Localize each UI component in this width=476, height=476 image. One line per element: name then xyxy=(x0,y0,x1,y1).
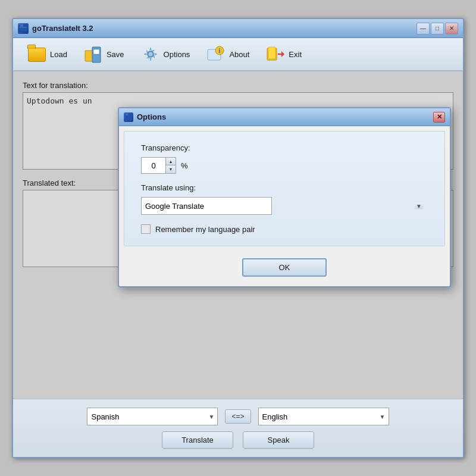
load-label: Load xyxy=(50,50,67,59)
maximize-button[interactable]: □ xyxy=(431,23,444,35)
translate-service-wrapper: Google Translate Bing Translator Yahoo B… xyxy=(141,197,428,215)
options-label: Options xyxy=(164,50,190,59)
svg-rect-1 xyxy=(20,24,23,27)
svg-rect-8 xyxy=(93,49,99,54)
transparency-control-row: ▲ ▼ % xyxy=(141,157,428,174)
svg-marker-18 xyxy=(281,51,284,57)
translate-service-select[interactable]: Google Translate Bing Translator Yahoo B… xyxy=(141,197,272,215)
percent-label: % xyxy=(181,161,188,170)
options-dialog-title: Options xyxy=(137,112,433,121)
save-icon xyxy=(84,45,103,64)
svg-rect-0 xyxy=(19,26,27,32)
transparency-label: Transparency: xyxy=(141,143,428,152)
save-label: Save xyxy=(107,50,124,59)
action-buttons-row: Translate Speak xyxy=(162,431,314,449)
window-title: goTranslateIt 3.2 xyxy=(32,24,416,33)
load-icon xyxy=(27,45,46,64)
target-language-wrapper: English Spanish French German xyxy=(258,408,389,425)
toolbar: Load Save Opti xyxy=(13,38,463,71)
load-button[interactable]: Load xyxy=(20,41,74,67)
speak-button[interactable]: Speak xyxy=(243,431,314,449)
svg-point-11 xyxy=(149,52,152,56)
exit-button[interactable]: Exit xyxy=(259,41,309,67)
options-title-bar: Options ✕ xyxy=(119,108,450,126)
transparency-input[interactable] xyxy=(142,158,165,173)
transparency-section: Transparency: ▲ ▼ % xyxy=(141,143,428,174)
remember-language-label: Remember my language pair xyxy=(155,225,255,234)
about-label: About xyxy=(229,50,249,59)
translate-button[interactable]: Translate xyxy=(162,431,233,449)
target-language-select[interactable]: English Spanish French German xyxy=(258,408,389,425)
options-dialog-footer: OK xyxy=(119,251,450,286)
transparency-spinbox[interactable]: ▲ ▼ xyxy=(141,157,176,174)
svg-rect-3 xyxy=(29,51,44,61)
svg-rect-5 xyxy=(30,52,43,60)
svg-rect-20 xyxy=(126,114,128,115)
bottom-bar: Spanish English French German <=> Englis… xyxy=(13,399,463,457)
window-close-button[interactable]: ✕ xyxy=(445,23,458,35)
options-button[interactable]: Options xyxy=(134,41,198,67)
save-button[interactable]: Save xyxy=(77,41,131,67)
options-dialog: Options ✕ Transparency: ▲ ▼ xyxy=(118,107,451,287)
spinbox-down-arrow[interactable]: ▼ xyxy=(166,165,176,173)
title-bar-controls: — □ ✕ xyxy=(416,23,458,35)
ok-button[interactable]: OK xyxy=(242,258,327,277)
svg-text:i: i xyxy=(219,48,221,54)
remember-language-row: Remember my language pair xyxy=(141,224,428,234)
translate-using-section: Translate using: Google Translate Bing T… xyxy=(141,183,428,215)
remember-language-checkbox[interactable] xyxy=(141,224,151,234)
options-dialog-icon xyxy=(124,112,133,122)
minimize-button[interactable]: — xyxy=(416,23,430,35)
exit-label: Exit xyxy=(289,50,302,59)
title-bar: goTranslateIt 3.2 — □ ✕ xyxy=(13,19,463,38)
svg-rect-4 xyxy=(29,49,35,52)
app-icon xyxy=(18,23,29,34)
source-language-select[interactable]: Spanish English French German xyxy=(87,408,218,425)
source-language-wrapper: Spanish English French German xyxy=(87,408,218,425)
swap-language-button[interactable]: <=> xyxy=(225,409,250,424)
about-icon: i xyxy=(206,45,226,64)
modal-overlay: Options ✕ Transparency: ▲ ▼ xyxy=(13,71,463,399)
options-close-button[interactable]: ✕ xyxy=(433,112,445,123)
exit-icon xyxy=(266,45,285,64)
spinbox-arrows: ▲ ▼ xyxy=(165,158,176,173)
gear-icon xyxy=(141,45,160,64)
spinbox-up-arrow[interactable]: ▲ xyxy=(166,158,176,165)
language-selector-row: Spanish English French German <=> Englis… xyxy=(87,408,389,425)
translate-using-label: Translate using: xyxy=(141,183,428,192)
svg-rect-16 xyxy=(268,47,275,59)
main-content: Text for translation: Translated text: O… xyxy=(13,71,463,399)
options-dialog-body: Transparency: ▲ ▼ % xyxy=(124,131,445,246)
about-button[interactable]: i About xyxy=(199,41,256,67)
main-window: goTranslateIt 3.2 — □ ✕ Load xyxy=(12,18,464,458)
